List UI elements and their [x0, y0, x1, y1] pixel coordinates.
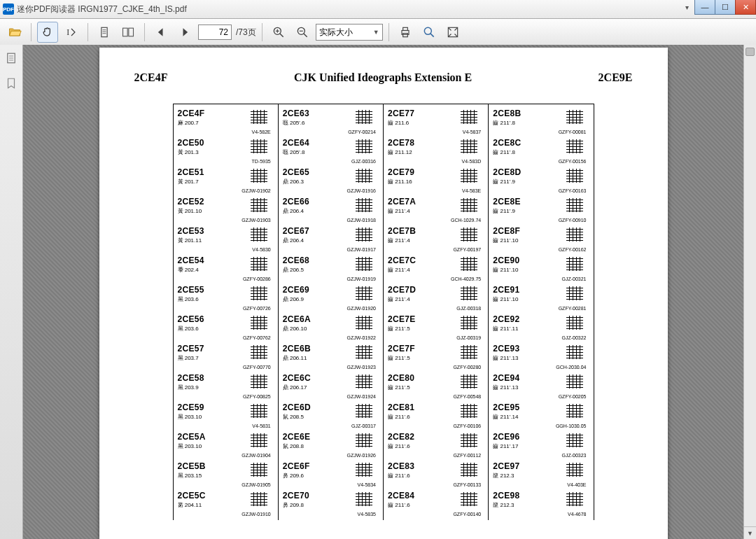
- radical-label: 齒 211'.5: [388, 354, 410, 362]
- radical-label: 齒 211'.6: [388, 501, 410, 509]
- scroll-down-arrow[interactable]: ▼: [744, 526, 756, 539]
- window-menu-drop[interactable]: ▾: [678, 0, 695, 14]
- ideograph-glyph: [564, 225, 585, 246]
- source-ref: GZJW-01923: [347, 365, 377, 370]
- source-ref: GGH-1030.05: [556, 424, 587, 428]
- radical-label: 齒 211'.9: [493, 207, 515, 215]
- ideograph-glyph: [564, 489, 585, 510]
- toolbar: I /73页 实际大小 ▼: [0, 19, 756, 46]
- minimize-button[interactable]: —: [694, 0, 715, 15]
- app-icon: PDF: [3, 4, 14, 15]
- svg-line-18: [430, 34, 433, 37]
- document-viewport[interactable]: 2CE4F CJK Unified Ideographs Extension E…: [23, 45, 743, 539]
- ideograph-glyph: [458, 342, 479, 363]
- source-ref: GJZ-00317: [351, 424, 376, 428]
- codepoint-entry: 2CE7C齒 211'.4GCH-4029.75: [388, 255, 485, 285]
- radical-label: 鼎 206.10: [283, 325, 307, 332]
- zoom-select[interactable]: 实际大小 ▼: [316, 24, 383, 41]
- zoom-out-button[interactable]: [292, 22, 313, 43]
- ideograph-glyph: [354, 225, 374, 246]
- source-ref: GZJW-01903: [241, 218, 271, 223]
- codepoint-entry: 2CE6F鼻 209.6V4-5834: [283, 461, 380, 491]
- ideograph-glyph: [564, 136, 585, 158]
- source-ref: GZFY-00205: [559, 394, 587, 399]
- codepoint-entry: 2CE8B齒 211'.8GZFY-00081: [493, 108, 590, 138]
- radical-label: 齒 211.12: [388, 148, 412, 156]
- ideograph-glyph: [564, 430, 585, 451]
- radical-label: 鼎 206.4: [283, 237, 304, 244]
- ideograph-glyph: [248, 225, 270, 246]
- codepoint-entry: 2CE96齒 211'.17GJZ-00323: [493, 432, 590, 461]
- title-bar: PDF 迷你PDF阅读器 IRGN1977_CJKE_4th_IS.pdf ▾ …: [0, 0, 756, 19]
- source-ref: V4-4678: [568, 512, 586, 517]
- source-ref: GZFY-00163: [559, 188, 587, 193]
- source-ref: GZFY-00133: [453, 482, 481, 487]
- ideograph-glyph: [458, 254, 479, 275]
- ideograph-glyph: [458, 284, 479, 304]
- radical-label: 齒 211'.14: [493, 413, 518, 421]
- radical-label: 鼎 206.9: [283, 295, 304, 303]
- close-button[interactable]: ✕: [735, 0, 756, 15]
- source-ref: V4-583E: [462, 188, 481, 193]
- page-total-label: /73页: [236, 27, 256, 38]
- codepoint-entry: 2CE91齒 211'.10GZFY-00281: [493, 285, 590, 314]
- source-ref: GJZ-00319: [456, 335, 481, 340]
- text-select-button[interactable]: I: [61, 22, 82, 43]
- radical-label: 齒 211'.6: [388, 413, 410, 421]
- source-ref: GZFY-00910: [559, 218, 587, 223]
- radical-label: 鼻 209.6: [283, 472, 304, 479]
- codepoint-entry: 2CE7F齒 211'.5GZFY-00280: [388, 344, 485, 373]
- find-button[interactable]: [419, 22, 440, 43]
- source-ref: GCH-1029.74: [451, 218, 481, 223]
- radical-label: 齒 211'.10: [493, 295, 518, 303]
- page-number-input[interactable]: [198, 24, 232, 40]
- ideograph-glyph: [458, 136, 479, 158]
- radical-label: 齒 211'.11: [493, 325, 518, 332]
- codepoint-entry: 2CE5B黑 203.15GZJW-01905: [178, 461, 275, 491]
- ideograph-glyph: [564, 372, 585, 393]
- thumbnails-tab-icon[interactable]: [4, 50, 19, 66]
- zoom-in-button[interactable]: [268, 22, 289, 43]
- ideograph-glyph: [354, 166, 374, 187]
- radical-label: 鼠 208.8: [283, 442, 304, 450]
- radical-label: 齒 211'.5: [388, 384, 410, 391]
- source-ref: GZJW-01920: [347, 306, 377, 311]
- radical-label: 黍 202.4: [178, 266, 199, 274]
- next-page-button[interactable]: [174, 22, 195, 43]
- prev-page-button[interactable]: [150, 22, 172, 43]
- source-ref: GJZ-00316: [351, 159, 376, 164]
- ideograph-glyph: [564, 107, 585, 128]
- codepoint-entry: 2CE4F麻 200.7V4-582E: [178, 108, 275, 138]
- vertical-scrollbar[interactable]: ▼: [743, 45, 756, 539]
- open-file-button[interactable]: [4, 22, 25, 43]
- svg-rect-15: [402, 27, 407, 30]
- maximize-button[interactable]: ☐: [715, 0, 736, 15]
- fullscreen-button[interactable]: [442, 22, 463, 43]
- svg-text:I: I: [66, 28, 69, 37]
- print-button[interactable]: [395, 22, 416, 43]
- ideograph-glyph: [248, 195, 270, 216]
- hand-tool-button[interactable]: [37, 22, 58, 43]
- source-ref: V4-5830: [252, 247, 270, 252]
- codepoint-entry: 2CE81齒 211'.6GZFY-00106: [388, 402, 485, 432]
- ideograph-glyph: [458, 430, 479, 451]
- codepoint-entry: 2CE90齒 211'.10GJZ-00321: [493, 255, 590, 285]
- facing-pages-button[interactable]: [118, 22, 139, 43]
- codepoint-entry: 2CE7A齒 211'.4GCH-1029.74: [388, 197, 485, 226]
- radical-label: 黃 201.7: [178, 178, 199, 186]
- ideograph-glyph: [458, 401, 479, 422]
- codepoint-entry: 2CE7E齒 211'.5GJZ-00319: [388, 314, 485, 344]
- bookmark-tab-icon[interactable]: [4, 76, 19, 91]
- radical-label: 齒 211'.13: [493, 354, 518, 362]
- radical-label: 齒 211'.9: [493, 178, 515, 186]
- codepoint-entry: 2CE82齒 211'.6GZFY-00112: [388, 432, 485, 461]
- ideograph-glyph: [458, 460, 479, 481]
- ideograph-glyph: [248, 430, 270, 451]
- radical-label: 鼎 206.11: [283, 354, 307, 362]
- single-page-button[interactable]: [94, 22, 115, 43]
- codepoint-entry: 2CE79齒 211.16V4-583E: [388, 167, 485, 197]
- scrollbar-thumb[interactable]: [746, 48, 755, 56]
- source-ref: GZFY-00156: [559, 159, 587, 164]
- svg-rect-16: [402, 34, 407, 37]
- codepoint-entry: 2CE8C齒 211'.8GZFY-00156: [493, 138, 590, 167]
